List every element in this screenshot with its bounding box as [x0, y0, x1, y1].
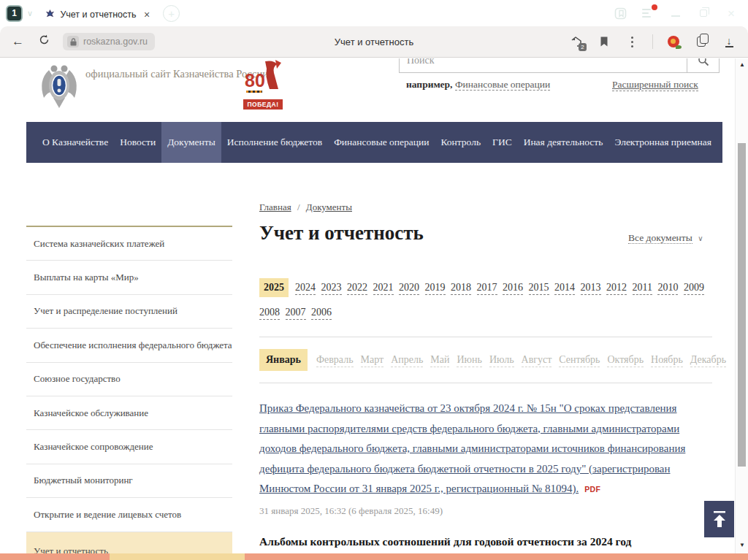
- main-navigation: О Казначействе Новости Документы Исполне…: [26, 122, 722, 163]
- year-2023[interactable]: 2023: [321, 281, 342, 295]
- url-pill[interactable]: roskazna.gov.ru: [63, 33, 155, 50]
- nav-item-e-reception[interactable]: Электронная приемная: [608, 122, 717, 163]
- year-2013[interactable]: 2013: [581, 281, 601, 295]
- sidebar-item-mir-cards[interactable]: Выплаты на карты «Мир»: [26, 261, 232, 294]
- toolbar-menu-icon[interactable]: [625, 34, 639, 49]
- example-link[interactable]: Финансовые операции: [455, 79, 550, 91]
- scrollbar-up-icon[interactable]: ▲: [736, 61, 748, 68]
- page-title: Учет и отчетность: [259, 222, 424, 245]
- year-2022[interactable]: 2022: [347, 281, 367, 295]
- document-list-item: Приказ Федерального казначейства от 23 о…: [259, 399, 712, 500]
- scrollbar-down-icon[interactable]: ▼: [736, 542, 748, 548]
- nav-item-budget-execution[interactable]: Исполнение бюджетов: [221, 122, 328, 163]
- search-icon: [698, 58, 709, 66]
- tab-close-icon[interactable]: ×: [144, 9, 150, 20]
- victory-ribbon: [246, 91, 262, 93]
- year-2007[interactable]: 2007: [286, 306, 306, 320]
- year-2014[interactable]: 2014: [554, 281, 575, 295]
- year-2019[interactable]: 2019: [425, 281, 446, 295]
- sidebar-item-treasury-support[interactable]: Казначейское сопровождение: [26, 430, 232, 464]
- search-input[interactable]: [400, 58, 687, 72]
- scrollbar-thumb[interactable]: [738, 143, 746, 467]
- month-july: Июль: [489, 353, 514, 367]
- pdf-badge[interactable]: PDF: [584, 485, 600, 494]
- year-2016[interactable]: 2016: [503, 281, 523, 295]
- browser-toolbar: ← roskazna.gov.ru Учет и отчетность 2: [0, 26, 748, 58]
- tab-list-chevron-icon[interactable]: ∨: [27, 9, 33, 18]
- scroll-to-top-button[interactable]: [704, 501, 734, 537]
- month-may: Май: [430, 353, 449, 367]
- nav-item-about[interactable]: О Казначействе: [37, 122, 114, 163]
- month-march: Март: [361, 353, 384, 367]
- year-2006[interactable]: 2006: [311, 306, 332, 320]
- new-tab-button[interactable]: +: [163, 5, 180, 22]
- search-example: например, Финансовые операции: [406, 79, 550, 91]
- site-tagline: официальный сайт Казначейства России: [85, 68, 268, 80]
- window-restore-button[interactable]: [697, 7, 710, 20]
- notification-dot: [652, 4, 657, 10]
- year-2025[interactable]: 2025: [259, 278, 289, 297]
- tab-counter-button[interactable]: 1: [6, 5, 23, 22]
- sidebar-item-union-state[interactable]: Союзное государство: [26, 363, 232, 396]
- filter-label: Все документы: [628, 232, 692, 244]
- lock-icon[interactable]: [67, 36, 79, 47]
- collections-icon[interactable]: 2: [569, 34, 584, 49]
- nav-item-control[interactable]: Контроль: [435, 122, 486, 163]
- month-january[interactable]: Январь: [259, 349, 308, 371]
- year-2021[interactable]: 2021: [373, 281, 394, 295]
- page-viewport: официальный сайт Казначейства России 80 …: [0, 58, 748, 560]
- year-2009[interactable]: 2009: [684, 281, 704, 295]
- sidebar-item-treasury-payments[interactable]: Система казначейских платежей: [26, 227, 232, 261]
- window-close-button[interactable]: ×: [725, 7, 738, 20]
- advanced-search-link[interactable]: Расширенный поиск: [612, 79, 698, 91]
- page-scrollbar[interactable]: ▲ ▼: [735, 58, 748, 560]
- all-documents-dropdown[interactable]: Все документы ∨: [628, 232, 703, 244]
- year-2024[interactable]: 2024: [295, 281, 316, 295]
- breadcrumb-documents-link[interactable]: Документы: [306, 202, 352, 212]
- nav-item-other-activity[interactable]: Иная деятельность: [518, 122, 609, 163]
- nav-item-gis[interactable]: ГИС: [486, 122, 518, 163]
- bottom-strip-patch: [110, 553, 245, 560]
- profile-avatar[interactable]: [666, 34, 681, 49]
- month-december: Декабрь: [690, 353, 726, 367]
- nav-item-news[interactable]: Новости: [114, 122, 161, 163]
- month-filter-row: Январь Февраль Март Апрель Май Июнь Июль…: [259, 349, 720, 371]
- toolbar-divider: [652, 34, 653, 49]
- year-2020[interactable]: 2020: [399, 281, 419, 295]
- month-november: Ноябрь: [651, 353, 683, 367]
- year-2017[interactable]: 2017: [477, 281, 497, 295]
- arrow-up-icon: [711, 510, 728, 529]
- example-prefix: например,: [406, 79, 453, 90]
- active-tab[interactable]: Учет и отчетность ×: [39, 4, 156, 25]
- tab-groups-icon[interactable]: [694, 34, 709, 49]
- year-2018[interactable]: 2018: [451, 281, 471, 295]
- browser-tab-bar: 1 ∨ Учет и отчетность × + ×: [0, 0, 748, 26]
- sidebar-item-receipts[interactable]: Учет и распределение поступлений: [26, 295, 232, 329]
- year-2010[interactable]: 2010: [657, 281, 678, 295]
- year-2012[interactable]: 2012: [606, 281, 627, 295]
- year-2011[interactable]: 2011: [633, 281, 652, 295]
- nav-item-documents[interactable]: Документы: [161, 122, 221, 163]
- sidebar-item-personal-accounts[interactable]: Открытие и ведение лицевых счетов: [26, 498, 232, 532]
- window-minimize-button[interactable]: [669, 7, 682, 20]
- breadcrumb-home-link[interactable]: Главная: [259, 202, 291, 212]
- month-june: Июнь: [457, 353, 481, 367]
- sidebar-item-budget-monitoring[interactable]: Бюджетный мониторинг: [26, 464, 232, 498]
- back-button[interactable]: ←: [12, 34, 24, 49]
- document-link[interactable]: Приказ Федерального казначейства от 23 о…: [259, 402, 685, 494]
- sidebar-menu: Система казначейских платежей Выплаты на…: [26, 226, 232, 560]
- divider-line: [259, 383, 712, 383]
- year-2015[interactable]: 2015: [529, 281, 549, 295]
- sidebar-item-treasury-service[interactable]: Казначейское обслуживание: [26, 396, 232, 430]
- document-date: 31 января 2025, 16:32 (6 февраля 2025, 1…: [259, 505, 443, 517]
- browser-menu-icon[interactable]: [641, 7, 654, 20]
- bookmark-icon[interactable]: [597, 34, 611, 49]
- search-button[interactable]: [687, 58, 719, 72]
- downloads-icon[interactable]: ↓: [722, 34, 736, 49]
- divider-line: [259, 337, 712, 337]
- side-panel-icon[interactable]: [614, 7, 627, 20]
- year-2008[interactable]: 2008: [259, 306, 280, 320]
- sidebar-item-federal-budget[interactable]: Обеспечение исполнения федерального бюдж…: [26, 329, 232, 362]
- nav-item-financial-operations[interactable]: Финансовые операции: [328, 122, 435, 163]
- reload-button[interactable]: [39, 34, 50, 49]
